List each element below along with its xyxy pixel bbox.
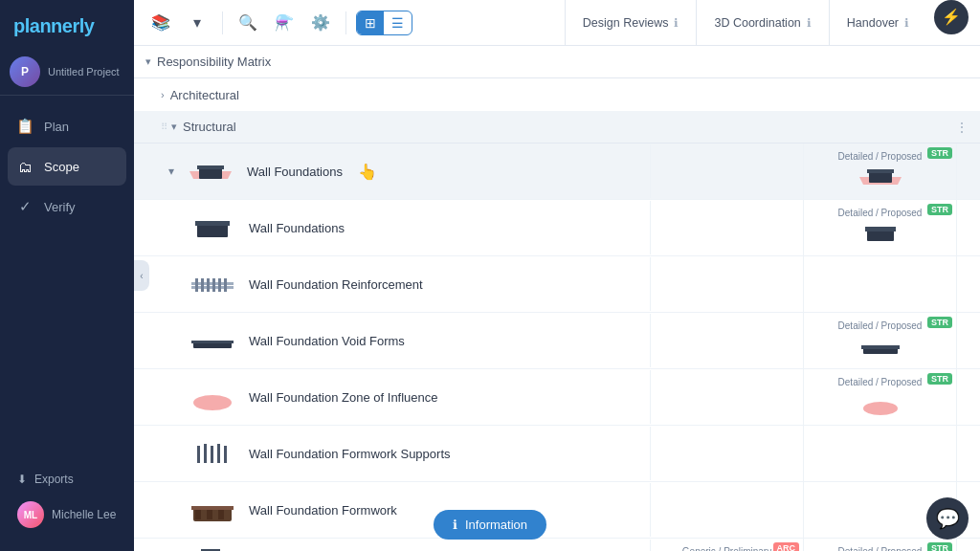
information-bar[interactable]: ℹ Information (434, 510, 546, 540)
item-name: Wall Foundation Zone of Influence (249, 390, 438, 405)
filter-icon[interactable]: ⚗️ (269, 8, 300, 38)
item-thumbnail (188, 209, 237, 247)
table-row: Wall Foundation Reinforcement (134, 256, 980, 313)
thumb-svg (186, 152, 235, 190)
main-content: 📚 ▾ 🔍 ⚗️ ⚙️ ⊞ ☰ Design Reviews ℹ 3D Coor… (134, 0, 980, 551)
sidebar-bottom: ⬇ Exports ML Michelle Lee (0, 455, 134, 551)
project-section[interactable]: P Untitled Project (0, 49, 134, 96)
structural-row[interactable]: ⠿ ▾ Structural ⋮ (134, 111, 980, 143)
item-right: Generic / Preliminary ARC Detailed / Pro… (651, 539, 980, 551)
chat-bubble-button[interactable]: 💬 (926, 497, 969, 540)
empty-cell (957, 539, 980, 551)
grid-view-button[interactable]: ⊞ (357, 11, 384, 34)
item-left: Wall Foundation Void Forms (134, 314, 651, 367)
table-row: Wall Foundation Void Forms Detailed / Pr… (134, 313, 980, 369)
item-name: Wall Foundation Formwork (249, 503, 397, 518)
cell-thumbnail (858, 218, 903, 249)
empty-cell (957, 143, 980, 199)
settings-sliders-icon[interactable]: ⚙️ (305, 8, 336, 38)
item-thumbnail (188, 491, 237, 529)
svg-rect-21 (861, 345, 900, 349)
empty-cell (651, 143, 804, 199)
struct-chevron[interactable]: ▾ (171, 121, 177, 133)
sidebar-item-plan[interactable]: 📋 Plan (8, 107, 126, 145)
exports-item[interactable]: ⬇ Exports (10, 465, 124, 494)
matrix-title: Responsibility Matrix (157, 55, 271, 69)
cell-block: Detailed / Proposed STR (804, 539, 957, 551)
user-item[interactable]: ML Michelle Lee (10, 494, 124, 536)
divider (222, 11, 223, 34)
cell-label: Detailed / Proposed (838, 208, 923, 218)
view-toggle: ⊞ ☰ (356, 11, 412, 35)
thumb-svg (188, 491, 237, 529)
table-row: Wall Foundation Zone of Influence Detail… (134, 369, 980, 426)
tab-design-reviews[interactable]: Design Reviews ℹ (565, 0, 697, 46)
collapse-icon[interactable]: ▾ (145, 55, 151, 68)
app-logo: plannerly (0, 0, 134, 49)
info-icon: ℹ (904, 16, 909, 30)
cell-block: Detailed / Proposed STR (804, 369, 957, 425)
empty-cell (957, 369, 980, 425)
lightning-button[interactable]: ⚡ (934, 0, 969, 34)
thumb-svg (188, 209, 237, 247)
architectural-row[interactable]: › Architectural (134, 78, 980, 111)
item-right: Detailed / Proposed STR (651, 369, 980, 425)
sidebar-item-label: Verify (44, 200, 76, 214)
svg-rect-33 (218, 510, 224, 519)
cell-label: Generic / Preliminary (682, 546, 771, 552)
chevron-down-icon[interactable]: ▾ (182, 8, 212, 38)
svg-rect-19 (191, 341, 234, 343)
empty-cell (651, 200, 804, 255)
sidebar-item-label: Plan (44, 120, 69, 134)
svg-rect-17 (224, 278, 227, 292)
divider-2 (345, 11, 346, 34)
svg-rect-5 (867, 169, 894, 173)
row-chevron[interactable]: ▾ (168, 165, 174, 178)
table-row: Wall Foundations Detailed / Proposed STR (134, 200, 980, 256)
empty-cell (651, 313, 804, 368)
svg-rect-14 (207, 278, 210, 292)
list-view-button[interactable]: ☰ (384, 11, 412, 34)
item-right (651, 426, 980, 481)
empty-cell (651, 369, 804, 425)
empty-cell (651, 256, 804, 312)
str-badge: STR (927, 542, 952, 551)
thumb-svg (188, 434, 237, 473)
item-left: Wall Foundation Formwork (134, 483, 651, 537)
cell-thumb-svg (859, 389, 902, 416)
info-icon: ℹ (807, 16, 812, 30)
bookmarks-icon[interactable]: 📚 (145, 8, 176, 38)
cursor-hand-icon: 👆 (358, 163, 377, 181)
item-thumbnail (186, 547, 235, 551)
svg-rect-24 (197, 446, 200, 463)
tab-label: 3D Coordination (714, 16, 800, 30)
cell-thumbnail (858, 387, 903, 418)
cell-label: Detailed / Proposed (838, 546, 923, 552)
more-options-icon[interactable]: ⋮ (955, 120, 969, 135)
cell-block: Generic / Preliminary ARC (651, 539, 804, 551)
item-left: Wall Foundation Zone of Influence (134, 370, 651, 424)
sidebar-item-scope[interactable]: 🗂 Scope (8, 147, 126, 186)
exports-label: Exports (34, 473, 74, 486)
search-icon[interactable]: 🔍 (233, 8, 263, 38)
svg-rect-6 (197, 224, 228, 237)
tab-3d-coordination[interactable]: 3D Coordination ℹ (696, 0, 828, 46)
item-left: Wall Foundations (134, 201, 651, 254)
item-thumbnail (188, 378, 237, 416)
cell-block: Detailed / Proposed STR (804, 143, 957, 199)
thumb-svg (188, 378, 237, 416)
sidebar-collapse-button[interactable]: ‹ (134, 260, 149, 291)
arch-chevron[interactable]: › (161, 89, 165, 100)
cell-thumbnail (858, 331, 903, 362)
tab-handover[interactable]: Handover ℹ (829, 0, 926, 46)
str-badge: STR (927, 317, 952, 328)
svg-rect-30 (191, 506, 234, 510)
svg-rect-28 (224, 446, 227, 463)
sidebar-item-verify[interactable]: ✓ Verify (8, 187, 126, 226)
drag-handle-icon[interactable]: ⠿ (161, 121, 166, 132)
svg-rect-2 (197, 165, 224, 169)
cell-thumb-svg (859, 220, 902, 247)
sidebar-nav: 📋 Plan 🗂 Scope ✓ Verify (0, 103, 134, 455)
svg-rect-25 (204, 444, 207, 463)
svg-rect-15 (212, 278, 215, 292)
